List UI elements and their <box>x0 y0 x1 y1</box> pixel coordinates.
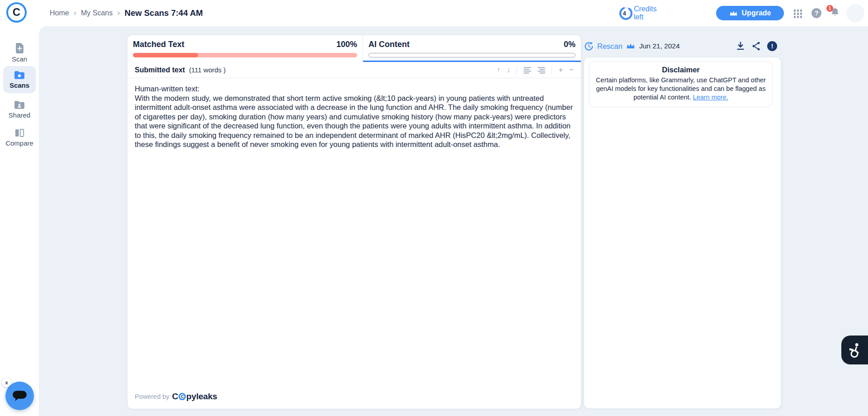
sidebar-item-label: Shared <box>9 111 30 119</box>
matched-progress-fill <box>133 53 198 57</box>
zoom-in-button[interactable]: + <box>558 66 563 74</box>
details-panel: Disclaimer Certain platforms, like Gramm… <box>584 57 781 408</box>
submitted-document-text: Human-written text: With the modern stud… <box>135 84 577 149</box>
chat-close-button[interactable]: x <box>2 378 11 387</box>
apps-grid-icon[interactable] <box>794 9 802 18</box>
sidebar-item-scan[interactable]: Scan <box>3 39 36 66</box>
report-actions: ! <box>736 41 781 51</box>
tab-matched-text[interactable]: Matched Text 100% <box>127 35 363 62</box>
accessibility-widget-button[interactable] <box>841 336 868 364</box>
sidebar-item-label: Compare <box>5 139 33 147</box>
submitted-text-header: Submitted text (111 words ) ↑ ↓ + <box>127 62 581 78</box>
ai-content-percentage: 0% <box>564 40 576 49</box>
document-toolbar: ↑ ↓ + − <box>496 66 574 74</box>
chevron-right-icon: › <box>74 8 76 18</box>
download-icon[interactable] <box>736 41 745 51</box>
word-count: (111 words ) <box>189 66 226 74</box>
chat-bubble-button[interactable] <box>5 382 34 410</box>
align-left-icon <box>524 66 531 74</box>
avatar[interactable] <box>846 4 864 22</box>
matched-text-label: Matched Text <box>133 40 184 49</box>
toolbar-divider <box>552 66 552 74</box>
sidebar-item-label: Scan <box>12 55 27 63</box>
disclaimer-text: Certain platforms, like Grammarly, use C… <box>595 76 767 102</box>
disclaimer-body-text: Certain platforms, like Grammarly, use C… <box>596 76 766 101</box>
scans-folder-icon <box>14 70 25 80</box>
sidebar: C Scan Scans Shared <box>0 0 39 416</box>
rescan-row: Rescan Jun 21, 2024 ! <box>584 40 781 52</box>
rescan-button[interactable]: Rescan <box>584 42 635 51</box>
notifications-bell-icon[interactable]: 1 <box>829 7 841 19</box>
credits-indicator[interactable]: 4 Credits left <box>619 5 660 21</box>
matched-text-percentage: 100% <box>336 40 357 49</box>
upgrade-label: Upgrade <box>742 9 771 17</box>
toolbar-divider <box>517 66 517 74</box>
brand-letter: C <box>172 392 179 402</box>
scroll-down-button[interactable]: ↓ <box>507 66 511 74</box>
crown-icon <box>626 43 635 50</box>
report-info-icon[interactable]: ! <box>767 41 777 51</box>
matched-progress-bar <box>133 53 357 57</box>
new-scan-icon <box>15 43 24 54</box>
breadcrumb-home[interactable]: Home <box>50 9 69 17</box>
scroll-up-button[interactable]: ↑ <box>496 66 500 74</box>
sidebar-item-scans[interactable]: Scans <box>3 66 36 93</box>
credits-count: 4 <box>619 6 630 20</box>
powered-by-label: Powered by <box>135 393 170 400</box>
help-icon[interactable]: ? <box>811 8 821 18</box>
ai-content-label: AI Content <box>368 40 410 49</box>
zoom-out-button[interactable]: − <box>569 66 574 74</box>
sidebar-item-shared[interactable]: Shared <box>3 96 36 123</box>
breadcrumb-current-scan: New Scans 7:44 AM <box>125 8 203 18</box>
notification-badge: 1 <box>826 5 833 12</box>
result-tabs: Matched Text 100% AI Content 0% <box>127 35 581 62</box>
rescan-label: Rescan <box>597 42 623 51</box>
crown-icon <box>729 10 738 17</box>
chat-bubble-icon <box>12 390 28 402</box>
align-left-button[interactable] <box>524 66 531 74</box>
sidebar-item-compare[interactable]: Compare <box>3 124 36 151</box>
tab-ai-content[interactable]: AI Content 0% <box>363 35 581 62</box>
disclaimer-card: Disclaimer Certain platforms, like Gramm… <box>589 61 773 107</box>
upgrade-button[interactable]: Upgrade <box>716 6 784 20</box>
learn-more-link[interactable]: Learn more. <box>693 94 728 101</box>
copyleaks-logo[interactable]: C <box>6 2 27 23</box>
share-icon[interactable] <box>751 41 761 51</box>
copyleaks-wordmark: CCpyleaks <box>172 392 217 402</box>
compare-icon <box>14 128 25 138</box>
brand-letters: pyleaks <box>186 392 217 402</box>
breadcrumb: Home › My Scans › New Scans 7:44 AM <box>50 0 203 26</box>
breadcrumb-my-scans[interactable]: My Scans <box>81 9 113 17</box>
powered-by: Powered by CCpyleaks <box>135 392 217 402</box>
scan-date: Jun 21, 2024 <box>639 42 680 50</box>
accessibility-icon <box>847 342 863 358</box>
rescan-clock-icon <box>584 42 594 51</box>
align-right-button[interactable] <box>538 66 545 74</box>
credits-label: Credits left <box>634 5 660 21</box>
brand-o-ring-icon: C <box>179 393 186 400</box>
copyleaks-app: Home › My Scans › New Scans 7:44 AM 4 Cr… <box>0 0 868 416</box>
ai-progress-bar <box>368 53 576 57</box>
sidebar-item-label: Scans <box>9 81 29 89</box>
credits-ring-icon: 4 <box>619 6 630 20</box>
chevron-right-icon: › <box>117 8 120 18</box>
disclaimer-title: Disclaimer <box>595 66 767 74</box>
scan-results-card: Matched Text 100% AI Content 0% Submitte… <box>127 35 581 409</box>
top-bar: Home › My Scans › New Scans 7:44 AM 4 Cr… <box>0 0 868 26</box>
submitted-text-label: Submitted text <box>135 66 185 74</box>
align-right-icon <box>538 66 545 74</box>
shared-folder-icon <box>14 100 25 110</box>
